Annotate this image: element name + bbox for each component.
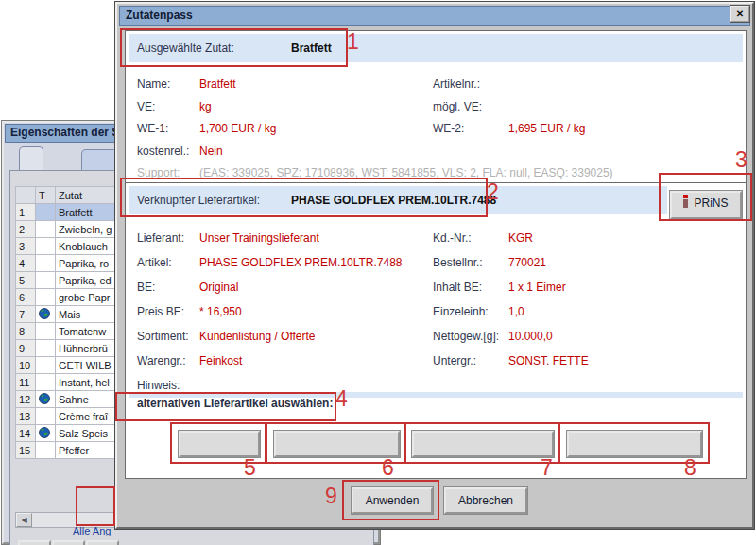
globe-icon [39, 310, 50, 321]
row-number: 14 [16, 425, 36, 442]
field-label: Support: [137, 162, 199, 185]
field-value: Unser Trainingslieferant [199, 231, 319, 245]
field-row: Artikelnr.: [433, 74, 740, 96]
scroll-left-icon[interactable]: ◀ [16, 513, 32, 527]
add-ingredient-button[interactable]: + [18, 540, 51, 545]
row-number: 9 [16, 340, 36, 357]
article-fields-left: Lieferant:Unser TrainingslieferantArtike… [137, 226, 430, 398]
field-label: Inhalt BE: [433, 275, 508, 299]
field-value: Nein [199, 145, 223, 158]
row-number: 5 [16, 272, 36, 289]
field-row: WE-1:1,700 EUR / kg [137, 118, 430, 141]
row-number: 11 [16, 374, 36, 391]
field-value: Bratfett [199, 77, 236, 91]
field-label: Einzeleinh: [433, 299, 508, 324]
zutatenpass-dialog: Zutatenpass ✕ Ausgewählte Zutat: Bratfet… [115, 2, 754, 529]
field-row: mögl. VE: [433, 96, 740, 119]
row-number: 15 [16, 442, 36, 459]
row-number: 12 [16, 391, 36, 408]
field-row: Inhalt BE:1 x 1 Eimer [433, 275, 740, 299]
field-row: Support:(EAS: 339025, SPZ: 17108936, WST… [137, 162, 430, 185]
field-value: (EAS: 339025, SPZ: 17108936, WST: 584185… [199, 166, 613, 179]
row-number: 2 [16, 221, 36, 238]
field-row: Name:Bratfett [137, 74, 430, 96]
linked-article-header: Verknüpfter Lieferartikel: PHASE GOLDFLE… [129, 186, 667, 214]
selected-ingredient-label: Ausgewählte Zutat: [137, 34, 234, 62]
field-row: Warengr.:Feinkost [137, 349, 430, 373]
row-type-cell [36, 204, 56, 221]
field-value: 770021 [508, 256, 546, 269]
dialog-titlebar[interactable]: Zutatenpass [119, 6, 750, 26]
field-row: Artikel:PHASE GOLDFLEX PREM.10LTR.7488 [137, 250, 430, 275]
alternative-article-button[interactable] [179, 431, 260, 457]
apply-button[interactable]: Anwenden [352, 487, 433, 514]
field-row: Preis BE:* 16,950 [137, 299, 430, 324]
field-value: 1,0 [508, 305, 524, 318]
field-value: KGR [508, 231, 533, 245]
alternative-article-button[interactable] [412, 431, 554, 457]
linked-article-label: Verknüpfter Lieferartikel: [137, 186, 260, 214]
field-row: Nettogew.[g]:10.000,0 [433, 324, 740, 349]
field-value: Original [199, 281, 238, 294]
row-type-cell [36, 306, 56, 323]
selected-ingredient-header: Ausgewählte Zutat: Bratfett [129, 34, 743, 62]
field-label: Bestellnr.: [433, 250, 508, 275]
prins-button-label: PRiNS [694, 196, 728, 210]
delete-ingredient-button[interactable] [52, 540, 85, 545]
field-value: PHASE GOLDFLEX PREM.10LTR.7488 [199, 256, 403, 269]
field-value: Kundenlistung / Offerte [199, 330, 316, 343]
field-label: Untergr.: [433, 349, 508, 373]
supplier-article-button[interactable] [86, 540, 119, 545]
alternative-article-button[interactable] [274, 431, 400, 457]
tab[interactable] [19, 146, 43, 171]
cancel-button[interactable]: Abbrechen [444, 487, 527, 514]
field-label: BE: [137, 275, 199, 299]
row-number: 7 [16, 306, 36, 323]
col-header-t: T [36, 187, 56, 204]
alternative-article-button[interactable] [567, 431, 702, 457]
row-number: 6 [16, 289, 36, 306]
field-label: Sortiment: [137, 324, 199, 349]
field-label: Name: [137, 74, 199, 96]
globe-icon [39, 395, 50, 406]
field-value: Feinkost [199, 354, 242, 367]
selected-ingredient-panel: Ausgewählte Zutat: Bratfett Name:Bratfet… [125, 30, 747, 183]
row-number: 8 [16, 323, 36, 340]
close-icon[interactable]: ✕ [730, 6, 749, 22]
field-label: Artikelnr.: [433, 74, 508, 96]
field-row: VE:kg [137, 96, 430, 119]
alternative-article-label: alternativen Lieferartikel auswählen: [137, 397, 333, 410]
field-label: VE: [137, 96, 199, 119]
field-row: BE:Original [137, 275, 430, 299]
row-type-cell [36, 442, 56, 459]
row-type-cell [36, 255, 56, 272]
field-value: SONST. FETTE [508, 354, 589, 367]
row-number: 4 [16, 255, 36, 272]
table-footnote: Alle Ang [73, 525, 111, 536]
field-row: Untergr.:SONST. FETTE [433, 349, 740, 373]
linked-article-panel: Verknüpfter Lieferartikel: PHASE GOLDFLE… [125, 182, 747, 479]
row-type-cell [36, 221, 56, 238]
field-value: * 16,950 [199, 305, 242, 318]
field-label: Preis BE: [137, 299, 199, 324]
field-value: 1,695 EUR / kg [508, 122, 585, 135]
field-row: Sortiment:Kundenlistung / Offerte [137, 324, 430, 349]
ingredient-fields-right: Artikelnr.:mögl. VE:WE-2:1,695 EUR / kg [433, 74, 740, 141]
row-type-cell [36, 408, 56, 425]
field-label: WE-2: [433, 118, 508, 141]
field-label: Lieferant: [137, 226, 199, 250]
ingredient-fields-left: Name:BratfettVE:kgWE-1:1,700 EUR / kgkos… [137, 74, 430, 185]
field-row: Bestellnr.:770021 [433, 250, 740, 275]
row-type-cell [36, 272, 56, 289]
article-fields-right: Kd.-Nr.:KGRBestellnr.:770021Inhalt BE:1 … [433, 226, 740, 373]
row-type-cell [36, 425, 56, 442]
row-type-cell [36, 391, 56, 408]
col-header-num [16, 187, 36, 204]
field-row: kostenrel.:Nein [137, 141, 430, 163]
linked-article-value: PHASE GOLDFLEX PREM.10LTR.7488 [291, 186, 496, 214]
row-type-cell [36, 238, 56, 255]
row-type-cell [36, 289, 56, 306]
prins-button[interactable]: PRiNS [670, 191, 742, 219]
field-label: Artikel: [137, 250, 199, 275]
field-label: mögl. VE: [433, 96, 508, 119]
